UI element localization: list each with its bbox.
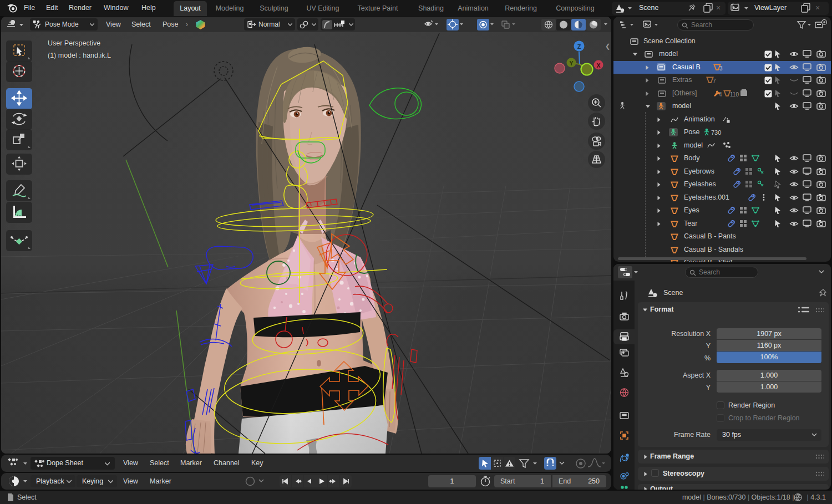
svg-text:X: X (596, 62, 600, 69)
svg-text:Y: Y (569, 60, 573, 67)
svg-text:Z: Z (577, 43, 581, 50)
